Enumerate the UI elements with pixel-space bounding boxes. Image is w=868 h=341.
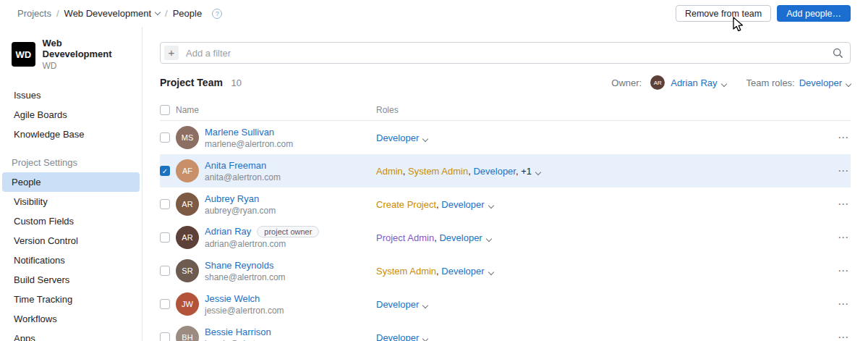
sidebar-item-knowledge-base[interactable]: Knowledge Base xyxy=(2,125,140,144)
roles-dropdown[interactable]: Developer xyxy=(376,299,825,310)
row-actions-menu[interactable]: ⋯ xyxy=(825,264,851,277)
role-label: Project Admin xyxy=(376,232,434,243)
sidebar-item-time-tracking[interactable]: Time Tracking xyxy=(2,290,140,309)
search-icon[interactable] xyxy=(833,48,843,59)
row-checkbox[interactable] xyxy=(160,232,170,243)
role-label: Developer xyxy=(473,166,516,177)
breadcrumb-project[interactable]: Web Devevelopment xyxy=(64,8,160,19)
role-label: System Admin xyxy=(376,266,436,277)
roles-dropdown[interactable]: Developer xyxy=(376,332,825,341)
chevron-down-icon xyxy=(488,269,493,274)
member-email: adrian@alertron.com xyxy=(205,239,376,249)
sidebar-item-build-servers[interactable]: Build Servers xyxy=(2,270,140,290)
chevron-down-icon xyxy=(720,80,726,86)
breadcrumb-project-label: Web Devevelopment xyxy=(64,8,151,19)
name-cell: Adrian Rayproject owneradrian@alertron.c… xyxy=(205,226,376,249)
role-label: Developer xyxy=(439,232,482,243)
select-all-checkbox[interactable] xyxy=(160,105,170,115)
table-header: Name Roles xyxy=(160,99,851,121)
row-checkbox[interactable] xyxy=(160,199,170,209)
role-label: System Admin xyxy=(408,166,468,177)
filter-input[interactable] xyxy=(179,48,833,59)
sidebar-item-workflows[interactable]: Workflows xyxy=(2,309,140,329)
member-name-link[interactable]: Anita Freeman xyxy=(205,160,266,171)
table-row: ARAubrey Ryanaubrey@ryan.comCreate Proje… xyxy=(160,188,851,221)
member-name-link[interactable]: Aubrey Ryan xyxy=(205,193,259,204)
sidebar-item-apps[interactable]: Apps xyxy=(2,329,140,341)
table-row: MSMarlene Sullivanmarlene@alertron.comDe… xyxy=(160,121,851,154)
sidebar-item-custom-fields[interactable]: Custom Fields xyxy=(2,211,140,231)
sidebar-item-issues[interactable]: Issues xyxy=(2,85,140,105)
row-checkbox[interactable] xyxy=(160,299,170,309)
row-checkbox[interactable] xyxy=(160,266,170,276)
row-actions-menu[interactable]: ⋯ xyxy=(825,331,851,341)
chevron-down-icon xyxy=(488,202,493,208)
roles-dropdown[interactable]: Admin, System Admin, Developer, +1 xyxy=(376,166,825,177)
sidebar-settings-nav: PeopleVisibilityCustom FieldsVersion Con… xyxy=(0,172,142,341)
row-actions-menu[interactable]: ⋯ xyxy=(825,298,851,311)
role-label: Developer xyxy=(441,199,484,210)
name-cell: Aubrey Ryanaubrey@ryan.com xyxy=(205,193,376,216)
chevron-down-icon xyxy=(535,169,541,174)
remove-from-team-button[interactable]: Remove from team xyxy=(676,5,771,22)
row-actions-menu[interactable]: ⋯ xyxy=(825,198,851,211)
member-name-link[interactable]: Shane Reynolds xyxy=(205,260,273,271)
column-header-roles: Roles xyxy=(376,105,825,115)
roles-dropdown[interactable]: System Admin, Developer xyxy=(376,266,825,277)
sidebar-project-card[interactable]: WD Web Devevelopment WD xyxy=(0,35,142,78)
row-checkbox[interactable]: ✓ xyxy=(160,166,170,176)
project-owner-badge: project owner xyxy=(257,226,319,237)
header-actions: Remove from team Add people… xyxy=(676,5,851,22)
row-actions-menu[interactable]: ⋯ xyxy=(825,231,851,244)
member-name-link[interactable]: Jessie Welch xyxy=(205,293,260,304)
avatar: AR xyxy=(176,226,199,249)
chevron-down-icon xyxy=(422,135,428,141)
team-count: 10 xyxy=(231,77,242,88)
project-name: Web Devevelopment xyxy=(43,38,130,59)
breadcrumb-page: People xyxy=(173,8,202,19)
member-name-link[interactable]: Bessie Harrison xyxy=(205,327,271,337)
roles-dropdown[interactable]: Developer xyxy=(376,132,825,143)
member-email: bessie@alertron.com xyxy=(205,339,376,341)
add-filter-icon[interactable]: + xyxy=(164,46,179,60)
sidebar-item-version-control[interactable]: Version Control xyxy=(2,231,140,251)
breadcrumb-separator: / xyxy=(56,8,59,19)
add-people-button[interactable]: Add people… xyxy=(777,5,851,22)
breadcrumb-projects[interactable]: Projects xyxy=(17,8,51,19)
table-row: SRShane Reynoldsshane@alertron.comSystem… xyxy=(160,254,851,287)
team-roles-filter-dropdown[interactable]: Developer xyxy=(799,77,851,88)
table-row: ✓AFAnita Freemananita@alertron.comAdmin,… xyxy=(160,154,851,188)
team-roles-label: Team roles: xyxy=(746,77,795,88)
top-bar: Projects / Web Devevelopment / People ? … xyxy=(0,0,868,27)
avatar: JW xyxy=(176,292,199,316)
member-name-link[interactable]: Marlene Sullivan xyxy=(205,127,274,138)
filter-bar: + xyxy=(160,42,851,64)
row-checkbox[interactable] xyxy=(160,332,170,341)
row-actions-menu[interactable]: ⋯ xyxy=(825,164,851,177)
roles-dropdown[interactable]: Project Admin, Developer xyxy=(376,232,825,243)
breadcrumb-separator: / xyxy=(165,8,168,19)
sidebar-settings-header: Project Settings xyxy=(0,144,142,172)
table-row: BHBessie Harrisonbessie@alertron.comDeve… xyxy=(160,321,851,341)
sidebar: WD Web Devevelopment WD IssuesAgile Boar… xyxy=(0,27,142,341)
avatar: AR xyxy=(176,193,199,216)
owner-filter-dropdown[interactable]: Adrian Ray xyxy=(671,77,726,88)
sidebar-item-visibility[interactable]: Visibility xyxy=(2,192,140,211)
name-cell: Anita Freemananita@alertron.com xyxy=(205,160,376,182)
team-heading: Project Team 10 xyxy=(160,77,242,88)
member-email: aubrey@ryan.com xyxy=(205,206,376,216)
sidebar-item-notifications[interactable]: Notifications xyxy=(2,251,140,270)
table-row: ARAdrian Rayproject owneradrian@alertron… xyxy=(160,221,851,254)
member-email: jessie@alertron.com xyxy=(205,306,376,316)
column-header-name: Name xyxy=(176,105,376,115)
member-name-link[interactable]: Adrian Ray xyxy=(205,226,251,237)
sidebar-item-agile-boards[interactable]: Agile Boards xyxy=(2,105,140,125)
row-checkbox[interactable] xyxy=(160,132,170,143)
owner-avatar: AR xyxy=(650,75,665,90)
help-icon[interactable]: ? xyxy=(212,9,222,19)
roles-dropdown[interactable]: Create Project, Developer xyxy=(376,199,825,210)
sidebar-item-people[interactable]: People xyxy=(2,172,140,192)
row-actions-menu[interactable]: ⋯ xyxy=(825,131,851,144)
role-label: +1 xyxy=(521,166,532,177)
role-label: Developer xyxy=(376,132,419,143)
